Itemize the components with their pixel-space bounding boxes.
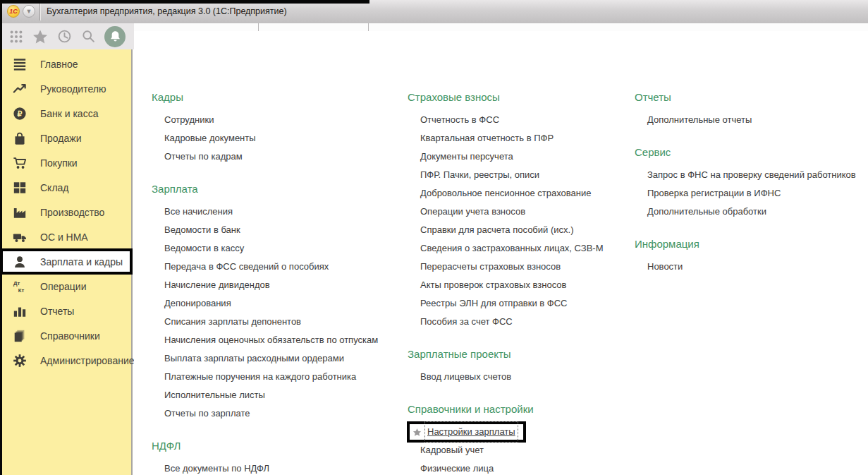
dtkt-icon: ДтКт (13, 279, 27, 294)
menu-link[interactable]: Операции учета взносов (408, 203, 635, 221)
menu-link[interactable]: Пособия за счет ФСС (408, 313, 635, 331)
tab-separator (258, 23, 259, 31)
menu-link[interactable]: Все начисления (152, 203, 408, 221)
section-title: Информация (635, 237, 868, 251)
notifications-button[interactable] (104, 26, 126, 47)
menu-link[interactable]: Платежные поручения на каждого работника (152, 368, 408, 386)
menu-link[interactable]: ПФР. Пачки, реестры, описи (408, 166, 635, 184)
sidebar-item-5[interactable]: Склад (0, 175, 131, 200)
truck-icon (13, 230, 27, 244)
menu-column-1: Страховые взносыОтчетность в ФССКварталь… (408, 90, 635, 475)
sidebar-item-10[interactable]: Отчеты (0, 299, 131, 323)
menu-link[interactable]: Отчеты по зарплате (152, 404, 408, 423)
ruble-icon: ₽ (13, 107, 27, 121)
menu-link[interactable]: Начисления оценочных обязательств по отп… (152, 331, 408, 349)
section-title: Сервис (635, 145, 868, 160)
section-title: НДФЛ (152, 439, 408, 453)
menu-columns: КадрыСотрудникиКадровые документыОтчеты … (152, 90, 868, 475)
menu-link[interactable]: Кадровый учет (408, 441, 635, 459)
sidebar-item-label: Склад (40, 182, 69, 193)
sidebar-item-label: Администрирование (40, 355, 135, 366)
menu-link[interactable]: Справки для расчета пособий (исх.) (408, 221, 635, 239)
menu-column-0: КадрыСотрудникиКадровые документыОтчеты … (152, 90, 408, 475)
sidebar-item-7[interactable]: ОС и НМА (0, 224, 131, 249)
sidebar-item-label: Справочники (40, 330, 100, 342)
barchart-icon (13, 304, 27, 318)
apps-grid-icon (8, 29, 24, 44)
main-panel: КадрыСотрудникиКадровые документыОтчеты … (134, 31, 868, 475)
menu-link[interactable]: Документы персучета (408, 148, 635, 166)
sidebar-item-3[interactable]: Продажи (0, 126, 131, 150)
menu-link[interactable]: Депонирования (152, 294, 408, 313)
svg-text:₽: ₽ (18, 109, 23, 118)
sidebar-item-8[interactable]: Зарплата и кадры (0, 248, 133, 275)
sidebar-item-label: Зарплата и кадры (40, 256, 123, 267)
svg-text:Кт: Кт (18, 287, 25, 294)
favorite-star-icon[interactable] (412, 427, 422, 438)
menu-link[interactable]: Перерасчеты страховых взносов (408, 258, 635, 276)
system-menu-button[interactable]: ▼ (23, 5, 35, 18)
sidebar-item-11[interactable]: Справочники (0, 323, 131, 348)
menu-link[interactable]: Исполнительные листы (152, 386, 408, 404)
hamburger-icon (13, 57, 27, 71)
menu-section: Страховые взносыОтчетность в ФССКварталь… (408, 90, 635, 331)
sidebar-item-label: Отчеты (40, 306, 74, 317)
menu-link[interactable]: Списания зарплаты депонентов (152, 313, 408, 331)
warehouse-icon (13, 181, 27, 195)
gear-icon (13, 354, 27, 368)
sidebar-item-4[interactable]: Покупки (0, 150, 131, 175)
section-title: Зарплата (152, 182, 408, 196)
sidebar-item-1[interactable]: Руководителю (0, 76, 131, 101)
section-title: Страховые взносы (408, 90, 635, 104)
chevron-down-icon: ▼ (26, 8, 32, 15)
menu-link[interactable]: Сотрудники (152, 111, 408, 129)
menu-link[interactable]: Ввод лицевых счетов (408, 368, 635, 386)
window-title: Бухгалтерия предприятия, редакция 3.0 (1… (47, 6, 287, 16)
titlebar-separator (39, 3, 40, 20)
screen-edge-left (0, 0, 2, 475)
app-window: 1С ▼ Бухгалтерия предприятия, редакция 3… (0, 0, 868, 475)
search-button[interactable] (80, 29, 96, 44)
menu-link[interactable]: Ведомости в банк (152, 221, 408, 239)
menu-link[interactable]: Дополнительные отчеты (635, 111, 868, 129)
menu-link[interactable]: Настройки зарплаты (424, 421, 518, 443)
menu-link[interactable]: Физические лица (408, 459, 635, 475)
menu-link[interactable]: Дополнительные обработки (635, 203, 868, 221)
menu-link[interactable]: Новости (635, 258, 868, 276)
sidebar-item-6[interactable]: Производство (0, 200, 131, 224)
menu-link[interactable]: Отчетность в ФСС (408, 111, 635, 129)
sidebar-item-2[interactable]: ₽Банк и касса (0, 101, 131, 126)
menu-link[interactable]: Ведомости в кассу (152, 239, 408, 258)
favorites-button[interactable] (32, 29, 48, 44)
svg-text:Дт: Дт (13, 280, 20, 287)
menu-section: ЗарплатаВсе начисленияВедомости в банкВе… (152, 182, 408, 423)
sidebar-item-label: Операции (40, 281, 87, 292)
menu-link[interactable]: Передача в ФСС сведений о пособиях (152, 258, 408, 276)
menu-section: КадрыСотрудникиКадровые документыОтчеты … (152, 90, 408, 166)
sidebar-item-label: Руководителю (40, 83, 106, 95)
menu-link[interactable]: Начисление дивидендов (152, 276, 408, 294)
menu-column-2: ОтчетыДополнительные отчетыСервисЗапрос … (635, 90, 868, 292)
menu-link[interactable]: Все документы по НДФЛ (152, 459, 408, 475)
apps-grid-button[interactable] (8, 29, 24, 44)
menu-link[interactable]: Квартальная отчетность в ПФР (408, 129, 635, 148)
menu-link[interactable]: Акты проверок страховых взносов (408, 276, 635, 294)
history-icon (56, 28, 73, 44)
menu-link[interactable]: Проверка регистрации в ИФНС (635, 184, 868, 203)
menu-link[interactable]: Реестры ЭЛН для отправки в ФСС (408, 294, 635, 313)
sidebar-item-0[interactable]: Главное (0, 52, 131, 76)
bag-icon (13, 131, 27, 145)
menu-link[interactable]: Добровольное пенсионное страхование (408, 184, 635, 203)
screen-edge-top (0, 0, 369, 4)
menu-link[interactable]: Запрос в ФНС на проверку сведений работн… (635, 166, 868, 184)
menu-section: Справочники и настройкиНастройки зарплат… (408, 402, 635, 475)
menu-link[interactable]: Выплата зарплаты расходными ордерами (152, 349, 408, 368)
menu-link[interactable]: Отчеты по кадрам (152, 148, 408, 166)
menu-link[interactable]: Сведения о застрахованных лицах, СЗВ-М (408, 239, 635, 258)
sidebar-item-9[interactable]: ДтКтОперации (0, 274, 131, 299)
menu-section: СервисЗапрос в ФНС на проверку сведений … (635, 145, 868, 221)
bell-icon (109, 30, 122, 43)
history-button[interactable] (56, 29, 72, 44)
menu-link[interactable]: Кадровые документы (152, 129, 408, 148)
sidebar-item-12[interactable]: Администрирование (0, 348, 131, 373)
